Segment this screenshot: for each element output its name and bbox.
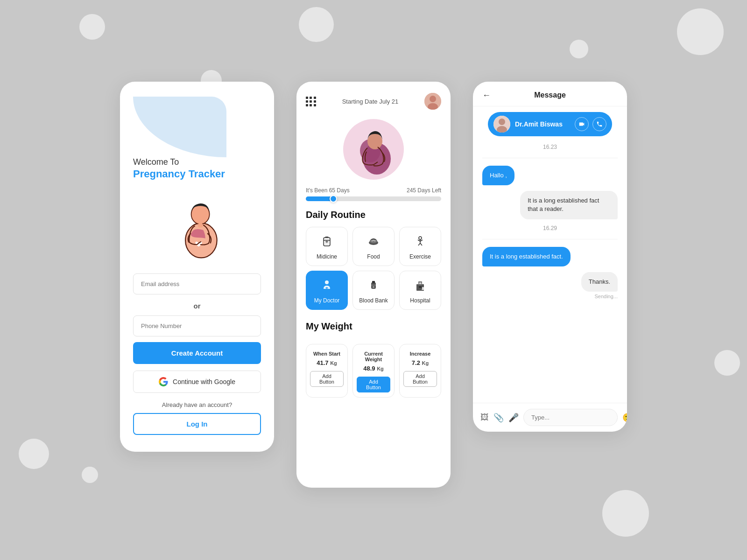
google-signin-button[interactable]: Continue with Google — [133, 371, 261, 393]
welcome-line1: Welcome To — [133, 157, 261, 167]
mic-icon[interactable]: 🎤 — [508, 413, 519, 423]
back-arrow-icon[interactable]: ← — [482, 91, 491, 100]
svg-rect-30 — [372, 281, 375, 283]
exercise-icon — [414, 235, 427, 250]
home-illus-circle — [343, 119, 404, 180]
video-icon — [578, 121, 585, 127]
blood-bank-label: Blood Bank — [359, 297, 388, 304]
days-left: 245 Days Left — [407, 187, 441, 194]
svg-point-19 — [419, 237, 422, 239]
voice-call-button[interactable] — [592, 117, 606, 131]
timestamp-1: 16.23 — [482, 144, 618, 150]
timestamp-2: 16.29 — [482, 225, 618, 231]
email-field[interactable] — [133, 273, 261, 294]
doctor-avatar-icon — [493, 116, 510, 133]
phone-field[interactable] — [133, 315, 261, 336]
welcome-title-highlight: Tracker — [189, 168, 225, 180]
chat-input[interactable] — [523, 409, 618, 426]
attachment-icon[interactable]: 📎 — [493, 413, 504, 423]
login-button[interactable]: Log In — [133, 413, 261, 435]
hospital-label: Hospital — [410, 297, 430, 304]
bg-circle-8 — [714, 350, 740, 376]
svg-point-4 — [430, 96, 436, 102]
message-bubble-established: It is a long established fact that a rea… — [520, 191, 618, 219]
bg-circle-6 — [82, 467, 98, 483]
bg-circle-7 — [602, 490, 649, 537]
svg-rect-2 — [198, 224, 203, 228]
blood-icon — [367, 279, 380, 294]
add-button-increase[interactable]: Add Button — [403, 371, 437, 387]
image-icon[interactable]: 🖼 — [480, 413, 489, 422]
doctor-icon — [320, 279, 333, 294]
message-screen: ← Message Dr.Amit Biswas — [473, 82, 627, 432]
doctor-svg — [320, 279, 333, 292]
exercise-label: Exercise — [409, 253, 431, 260]
weight-card-start: When Start 41.7 Kg Add Button — [306, 344, 348, 398]
doctor-bar-container: Dr.Amit Biswas — [473, 106, 627, 136]
doctor-bar: Dr.Amit Biswas — [488, 112, 612, 136]
screens-container: Welcome To Pregnancy Tracker — [120, 72, 627, 488]
doctor-actions — [575, 117, 606, 131]
google-icon — [159, 377, 168, 386]
login-bg-blob — [133, 97, 226, 157]
bg-circle-2 — [299, 7, 334, 42]
svg-point-25 — [325, 280, 329, 284]
login-illustration — [133, 189, 261, 263]
progress-section: It's Been 65 Days 245 Days Left — [306, 187, 441, 194]
home-screen: Starting Date July 21 — [296, 82, 451, 488]
when-start-value: 41.7 Kg — [317, 359, 337, 366]
message-title: Message — [534, 91, 566, 99]
pregnant-home-icon — [343, 119, 404, 180]
sending-label: Sending... — [482, 294, 618, 299]
home-header: Starting Date July 21 — [306, 93, 441, 110]
current-weight-value: 48.9 Kg — [363, 365, 384, 372]
divider-1 — [482, 158, 618, 158]
routine-card-hospital[interactable]: Hospital — [399, 271, 441, 310]
bg-circle-4 — [677, 8, 724, 55]
menu-icon[interactable] — [306, 97, 316, 106]
weight-cards: When Start 41.7 Kg Add Button Current We… — [306, 344, 441, 398]
hospital-svg — [414, 279, 427, 292]
routine-card-medicine[interactable]: Midicine — [306, 227, 348, 266]
video-call-button[interactable] — [575, 117, 589, 131]
medicine-label: Midicine — [317, 253, 337, 260]
svg-point-32 — [373, 286, 374, 288]
message-header: ← Message — [473, 82, 627, 106]
routine-grid: Midicine Food — [306, 227, 441, 310]
progress-thumb — [330, 195, 337, 203]
bg-circle-1 — [79, 14, 105, 40]
when-start-label: When Start — [313, 351, 340, 357]
welcome-title: Pregnancy Tracker — [133, 168, 261, 180]
phone-icon — [596, 121, 603, 127]
chat-input-bar: 🖼 📎 🎤 🙂 — [473, 403, 627, 432]
or-divider: or — [133, 302, 261, 310]
bg-circle-5 — [19, 439, 49, 469]
add-button-current[interactable]: Add Button — [357, 377, 390, 392]
svg-rect-35 — [419, 286, 422, 288]
message-bubble-long: It is a long established fact. — [482, 247, 571, 266]
emoji-icon[interactable]: 🙂 — [622, 413, 627, 423]
routine-card-food[interactable]: Food — [352, 227, 395, 266]
weight-card-current: Current Weight 48.9 Kg Add Button — [352, 344, 395, 398]
svg-point-0 — [185, 223, 217, 258]
starting-date: Starting Date July 21 — [342, 98, 399, 105]
create-account-button[interactable]: Create Account — [133, 342, 261, 364]
medicine-icon — [320, 235, 333, 250]
routine-card-exercise[interactable]: Exercise — [399, 227, 441, 266]
home-illustration — [306, 119, 441, 180]
food-label: Food — [367, 253, 380, 260]
divider-2 — [482, 239, 618, 239]
welcome-title-normal: Pregnancy — [133, 168, 186, 180]
doctor-label: My Doctor — [314, 297, 340, 304]
progress-fill — [306, 196, 334, 201]
weight-card-increase: Increase 7.2 Kg Add Button — [399, 344, 441, 398]
svg-point-18 — [374, 240, 376, 242]
already-account-text: Already have an account? — [133, 401, 261, 408]
increase-label: Increase — [410, 351, 431, 357]
svg-point-16 — [372, 240, 373, 242]
routine-card-my-doctor[interactable]: My Doctor — [306, 271, 348, 310]
food-svg — [367, 235, 380, 248]
routine-card-blood-bank[interactable]: Blood Bank — [352, 271, 395, 310]
food-icon — [367, 235, 380, 250]
add-button-start[interactable]: Add Button — [310, 371, 344, 387]
